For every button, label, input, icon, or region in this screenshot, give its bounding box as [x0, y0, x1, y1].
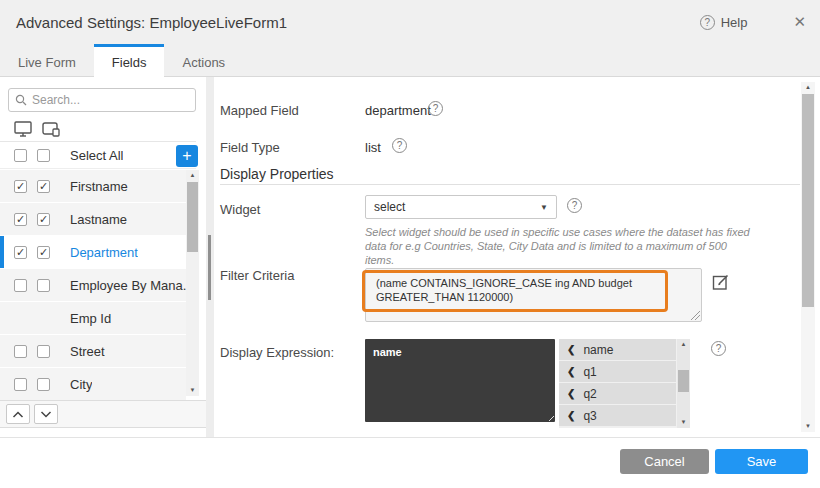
sidebar-field-list: ✓✓Firstname✓✓Lastname✓✓DepartmentEmploye… — [0, 170, 186, 401]
sidebar-field-row[interactable]: Employee By Mana... — [0, 269, 186, 301]
field-row-label: Department — [70, 245, 138, 260]
mapped-field-help-icon[interactable]: ? — [428, 101, 443, 116]
expression-field-item[interactable]: ❮q2 — [559, 383, 676, 404]
chevron-down-icon — [40, 411, 52, 418]
mobile-devices-icon[interactable] — [42, 121, 61, 137]
expression-list-scrollbar[interactable]: ▲ ▼ — [677, 339, 690, 428]
expression-field-label: q3 — [583, 409, 596, 423]
move-up-button[interactable] — [6, 404, 30, 424]
scroll-down-icon[interactable]: ▼ — [801, 421, 815, 432]
tab-fields[interactable]: Fields — [94, 44, 165, 78]
scroll-down-icon[interactable]: ▼ — [677, 417, 690, 428]
select-all-web-checkbox[interactable] — [14, 149, 27, 162]
display-expression-editor[interactable]: name — [365, 339, 555, 422]
sidebar-field-row[interactable]: ✓✓Lastname — [0, 203, 186, 235]
sidebar-field-row[interactable]: Emp Id — [0, 302, 186, 334]
scroll-down-icon[interactable]: ▼ — [186, 385, 199, 396]
resize-grip-icon[interactable] — [691, 311, 700, 320]
web-checkbox[interactable]: ✓ — [14, 246, 27, 259]
tab-bar: Live FormFieldsActions — [0, 44, 820, 77]
sidebar-field-row[interactable]: ✓✓Department — [0, 236, 186, 268]
display-expression-value: name — [373, 346, 402, 358]
divider-scroll-thumb[interactable] — [208, 235, 211, 300]
sidebar-field-row[interactable]: Street — [0, 335, 186, 367]
display-expression-help-icon[interactable]: ? — [711, 341, 726, 356]
search-input[interactable] — [32, 93, 189, 107]
checkbox-spacer — [14, 312, 27, 325]
search-icon — [15, 94, 27, 106]
scrollbar-thumb[interactable] — [802, 94, 814, 307]
field-row-label: Employee By Mana... — [70, 278, 186, 293]
tab-live-form[interactable]: Live Form — [0, 44, 94, 77]
expression-field-item[interactable]: ❮q3 — [559, 405, 676, 426]
tab-actions[interactable]: Actions — [164, 44, 243, 77]
select-all-label: Select All — [70, 148, 123, 163]
web-checkbox[interactable]: ✓ — [14, 180, 27, 193]
scroll-up-icon[interactable]: ▲ — [186, 170, 199, 181]
move-down-button[interactable] — [34, 404, 58, 424]
field-type-value: list — [365, 140, 381, 155]
mobile-checkbox[interactable] — [37, 345, 50, 358]
fields-sidebar: Select All + ✓✓Firstname✓✓Lastname✓✓Depa… — [0, 77, 206, 437]
cancel-button[interactable]: Cancel — [620, 449, 709, 474]
desktop-icon[interactable] — [14, 121, 32, 137]
expression-field-item[interactable]: ❮q1 — [559, 361, 676, 382]
field-properties-panel: Mapped Field department ? Field Type lis… — [214, 77, 800, 437]
title-bar: Advanced Settings: EmployeeLiveForm1 ? H… — [0, 0, 820, 44]
search-box[interactable] — [8, 88, 196, 112]
save-button[interactable]: Save — [715, 449, 808, 474]
scrollbar-thumb[interactable] — [187, 182, 198, 252]
checkbox-spacer — [37, 312, 50, 325]
mobile-checkbox[interactable]: ✓ — [37, 213, 50, 226]
help-circle-icon[interactable]: ? — [700, 15, 715, 30]
filter-criteria-textarea[interactable]: (name CONTAINS_IGNORE_CASE ing AND budge… — [365, 268, 702, 322]
help-link[interactable]: Help — [721, 15, 748, 30]
scrollbar-thumb[interactable] — [678, 370, 689, 392]
expression-field-label: name — [583, 343, 613, 357]
mapped-field-value: department — [365, 103, 431, 118]
filter-criteria-value: (name CONTAINS_IGNORE_CASE ing AND budge… — [376, 277, 632, 303]
mobile-checkbox[interactable] — [37, 378, 50, 391]
web-checkbox[interactable] — [14, 279, 27, 292]
close-icon[interactable]: ✕ — [793, 13, 806, 31]
expression-field-item[interactable]: ❮name — [559, 339, 676, 360]
field-row-label: Firstname — [70, 179, 128, 194]
main-panel-scrollbar[interactable]: ▲ ▼ — [801, 82, 815, 432]
panel-divider — [206, 77, 214, 437]
web-checkbox[interactable] — [14, 345, 27, 358]
mobile-checkbox[interactable]: ✓ — [37, 180, 50, 193]
expression-field-label: q1 — [583, 365, 596, 379]
widget-select[interactable]: select ▼ — [365, 195, 557, 219]
field-row-label: Emp Id — [70, 311, 111, 326]
widget-help-text: Select widget should be used in specific… — [365, 225, 757, 267]
dialog-footer: Cancel Save — [0, 437, 820, 488]
select-all-row[interactable]: Select All + — [0, 143, 196, 169]
sidebar-field-row[interactable]: ✓✓Firstname — [0, 170, 186, 202]
resize-grip-icon[interactable] — [545, 412, 554, 421]
chevron-left-icon: ❮ — [567, 388, 575, 399]
scroll-up-icon[interactable]: ▲ — [677, 339, 690, 350]
expression-field-list: ▲ ▼ ❮name❮q1❮q2❮q3 — [559, 339, 690, 428]
reorder-row — [0, 400, 206, 428]
widget-help-icon[interactable]: ? — [567, 198, 582, 213]
dropdown-caret-icon: ▼ — [540, 203, 548, 212]
chevron-up-icon — [12, 411, 24, 418]
device-toggle-row — [0, 116, 196, 142]
sidebar-field-row[interactable]: City — [0, 368, 186, 400]
mobile-checkbox[interactable] — [37, 279, 50, 292]
display-expression-label: Display Expression: — [220, 345, 334, 360]
select-all-mobile-checkbox[interactable] — [37, 149, 50, 162]
scroll-up-icon[interactable]: ▲ — [801, 82, 815, 93]
field-row-label: Lastname — [70, 212, 127, 227]
expression-field-label: q2 — [583, 387, 596, 401]
filter-criteria-label: Filter Criteria — [220, 268, 294, 283]
add-field-button[interactable]: + — [176, 145, 198, 167]
web-checkbox[interactable]: ✓ — [14, 213, 27, 226]
edit-filter-icon[interactable] — [712, 273, 730, 291]
mobile-checkbox[interactable]: ✓ — [37, 246, 50, 259]
dialog-title: Advanced Settings: EmployeeLiveForm1 — [16, 14, 287, 31]
sidebar-scrollbar[interactable]: ▲ ▼ — [186, 170, 199, 396]
field-type-help-icon[interactable]: ? — [392, 138, 407, 153]
web-checkbox[interactable] — [14, 378, 27, 391]
field-row-label: Street — [70, 344, 105, 359]
